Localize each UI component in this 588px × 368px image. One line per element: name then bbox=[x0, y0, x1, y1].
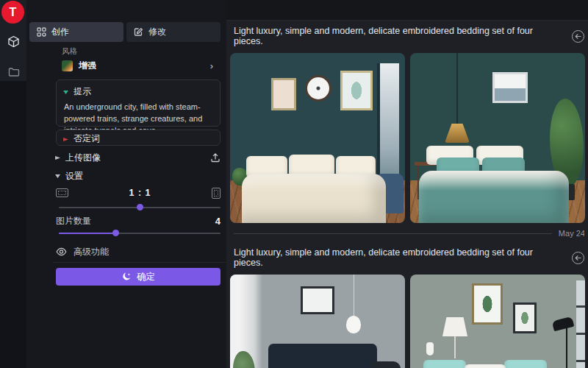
aspect-ratio-value: 1 : 1 bbox=[74, 188, 206, 198]
style-thumbnail bbox=[62, 60, 73, 71]
negative-title: 否定词 bbox=[74, 132, 100, 145]
tab-modify-label: 修改 bbox=[148, 26, 166, 38]
slider-fill bbox=[59, 233, 115, 234]
left-rail: T bbox=[0, 0, 26, 368]
settings-header[interactable]: ▾ 设置 bbox=[56, 169, 220, 183]
bedroom-photo-white-navy bbox=[230, 275, 405, 368]
eye-icon bbox=[56, 247, 67, 256]
landscape-ratio-icon[interactable] bbox=[56, 188, 68, 197]
result-image-row bbox=[230, 275, 584, 368]
result-prompt-text: Light luxury, simple and modern, delicat… bbox=[234, 26, 563, 46]
arrow-left-circle-icon bbox=[575, 33, 581, 40]
tab-modify[interactable]: 修改 bbox=[126, 22, 220, 42]
grid-icon bbox=[37, 27, 46, 37]
confirm-button-label: 确定 bbox=[137, 271, 155, 283]
negative-section[interactable]: ▸ 否定词 bbox=[56, 130, 220, 146]
generated-image[interactable] bbox=[230, 53, 405, 223]
style-selector[interactable]: 增强 › bbox=[56, 56, 220, 75]
bedroom-photo-cream bbox=[230, 53, 405, 223]
portrait-ratio-icon[interactable] bbox=[212, 188, 220, 199]
advanced-features-label: 高级功能 bbox=[74, 246, 109, 258]
result-prompt-text: Light luxury, simple and modern, delicat… bbox=[234, 247, 563, 268]
chevron-down-icon: ▾ bbox=[63, 88, 68, 96]
bedroom-photo-aqua bbox=[410, 275, 585, 368]
image-count-row: 图片数量 4 bbox=[56, 215, 220, 227]
chevron-right-icon: ▸ bbox=[55, 154, 60, 161]
image-count-value: 4 bbox=[215, 216, 220, 227]
cube-icon bbox=[7, 35, 20, 48]
result-prompt-row: Light luxury, simple and modern, delicat… bbox=[230, 247, 584, 269]
main-topbar bbox=[226, 0, 588, 21]
mode-tabs: 创作 修改 bbox=[29, 22, 220, 42]
results-feed[interactable]: Light luxury, simple and modern, delicat… bbox=[226, 21, 588, 368]
generated-image[interactable] bbox=[410, 275, 585, 368]
prompt-section[interactable]: ▾ 提示 An underground city, filled with st… bbox=[56, 79, 220, 127]
result-image-row bbox=[230, 53, 584, 223]
image-count-slider[interactable] bbox=[59, 230, 220, 236]
moon-sparkle-icon bbox=[121, 272, 132, 282]
generated-image[interactable] bbox=[230, 275, 405, 368]
style-value: 增强 bbox=[79, 60, 204, 72]
generate-nav-item[interactable] bbox=[7, 35, 20, 48]
bedroom-photo-teal bbox=[410, 53, 585, 223]
folder-icon bbox=[8, 67, 20, 77]
date-divider: May 24, bbox=[230, 224, 584, 242]
result-prompt-row: Light luxury, simple and modern, delicat… bbox=[230, 25, 584, 47]
style-section-label: 风格 bbox=[62, 46, 77, 57]
upload-icon[interactable] bbox=[210, 152, 220, 163]
edit-icon bbox=[134, 27, 143, 37]
generated-image[interactable] bbox=[410, 53, 585, 223]
aspect-ratio-slider[interactable] bbox=[59, 204, 220, 210]
settings-title: 设置 bbox=[65, 170, 83, 183]
app-logo[interactable]: T bbox=[1, 1, 24, 24]
arrow-left-circle-icon bbox=[575, 255, 581, 261]
assets-nav-item[interactable] bbox=[7, 66, 20, 78]
aspect-ratio-row: 1 : 1 bbox=[56, 185, 220, 200]
advanced-features-row[interactable]: 高级功能 bbox=[56, 245, 220, 258]
chevron-right-icon: › bbox=[210, 61, 213, 71]
reuse-prompt-button[interactable] bbox=[572, 252, 584, 264]
upload-title: 上传图像 bbox=[65, 152, 101, 164]
prompt-title: 提示 bbox=[74, 85, 91, 98]
chevron-right-icon: ▸ bbox=[63, 135, 68, 143]
slider-handle[interactable] bbox=[137, 204, 143, 210]
confirm-button[interactable]: 确定 bbox=[56, 268, 220, 286]
tab-create-label: 创作 bbox=[51, 26, 69, 38]
slider-handle[interactable] bbox=[112, 230, 119, 236]
upload-image-row[interactable]: ▸ 上传图像 bbox=[56, 150, 220, 165]
chevron-down-icon: ▾ bbox=[55, 172, 60, 180]
tab-create[interactable]: 创作 bbox=[29, 22, 123, 42]
date-label: May 24, bbox=[559, 229, 584, 238]
control-panel: 创作 修改 风格 增强 › ▾ 提示 An underground city, … bbox=[26, 0, 226, 368]
reuse-prompt-button[interactable] bbox=[572, 30, 584, 43]
panel-divider bbox=[53, 262, 226, 263]
image-count-label: 图片数量 bbox=[56, 215, 91, 227]
divider-line bbox=[234, 233, 552, 234]
